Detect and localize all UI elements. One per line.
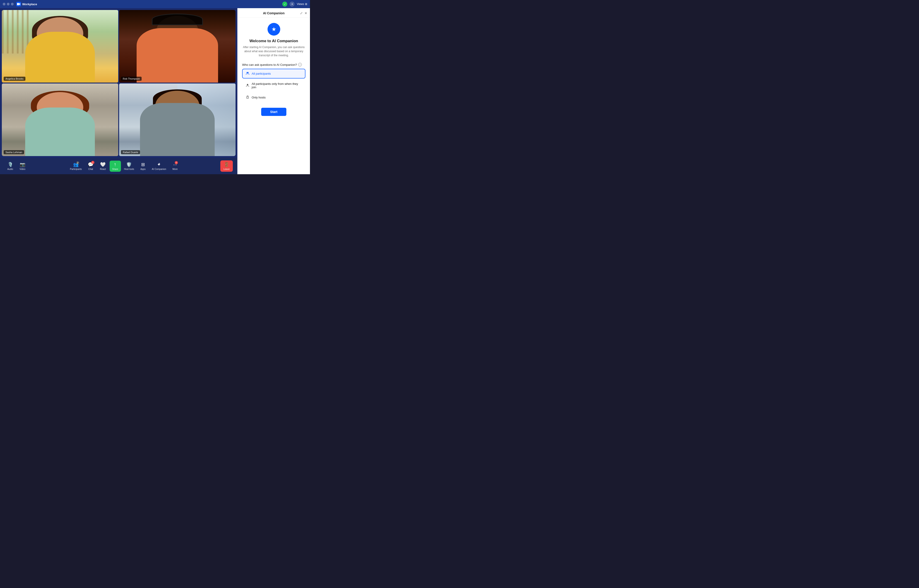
close-button[interactable]: ✕ (305, 11, 307, 15)
apps-icon: ⊞ (141, 162, 145, 167)
video-cell-1: Angelica Brooks (2, 10, 118, 82)
host-tools-button[interactable]: 🛡️ Host tools (122, 160, 136, 172)
person-body (137, 28, 218, 82)
expand-button[interactable]: ⤢ (300, 11, 303, 15)
more-badge: 8 (175, 161, 178, 164)
ai-companion-button[interactable]: ✦ ▲ AI Companion (150, 160, 168, 172)
app-name: Workplace (22, 3, 37, 6)
participants-chevron: ▲ (76, 162, 78, 164)
ai-welcome-desc: After starting AI Companion, you can ask… (242, 45, 305, 57)
chat-chevron: ▲ (91, 162, 93, 164)
svg-point-4 (247, 72, 249, 73)
option-only-hosts[interactable]: Only hosts (242, 92, 305, 102)
participant-video-1 (2, 10, 118, 82)
audio-chevron: ▲ (11, 162, 13, 164)
more-label: More (173, 168, 178, 170)
svg-rect-0 (17, 3, 19, 5)
apps-button[interactable]: ⊞ Apps (137, 160, 149, 172)
participants-icon: 👥 3 ▲ (73, 162, 79, 167)
option-icon-hosts (246, 95, 249, 100)
option-label-all: All participants (252, 72, 271, 75)
person-body (25, 32, 95, 82)
share-icon: ↑ ▲ (114, 162, 116, 167)
option-icon-all (246, 71, 249, 76)
start-button[interactable]: Start (261, 108, 287, 116)
video-label: Video (19, 168, 25, 170)
option-from-join[interactable]: All participants only from when they joi… (242, 79, 305, 92)
audio-button[interactable]: 🎙️ ▲ Audio (5, 160, 16, 172)
video-button[interactable]: 📷 ▲ Video (17, 160, 28, 172)
video-cell-3: Sasha Lehman (2, 84, 118, 156)
react-chevron: ▲ (103, 162, 105, 164)
info-icon[interactable]: i (298, 63, 302, 66)
close-dot[interactable] (3, 3, 5, 5)
video-section: Angelica Brooks Rob Thompson (0, 8, 237, 174)
ai-panel-actions: ⤢ ✕ (300, 11, 307, 15)
maximize-dot[interactable] (11, 3, 14, 5)
ai-chevron: ▲ (158, 162, 160, 164)
ai-panel-title: AI Companion (263, 11, 284, 15)
more-button[interactable]: ··· 8 More (169, 161, 181, 172)
minimize-dot[interactable] (7, 3, 10, 5)
participant-name-4: Rafael Duarte (121, 150, 140, 154)
ai-panel-header: AI Companion ⤢ ✕ (237, 8, 310, 18)
leave-button[interactable]: 🚪 Leave (220, 160, 233, 172)
chat-button[interactable]: 💬 1 ▲ Chat (85, 160, 97, 172)
video-grid: Angelica Brooks Rob Thompson (2, 10, 236, 156)
option-label-join: All participants only from when they joi… (252, 82, 302, 89)
toolbar-right: 🚪 Leave (220, 160, 233, 172)
toolbar: 🎙️ ▲ Audio 📷 ▲ Video (0, 158, 237, 174)
person-body (25, 108, 95, 156)
views-button[interactable]: Views ⊞ (297, 3, 307, 6)
ai-companion-icon: ✦ ▲ (157, 162, 161, 167)
option-icon-join (246, 84, 249, 88)
ai-icon (268, 23, 280, 36)
participant-video-4 (119, 84, 236, 156)
main-content: Angelica Brooks Rob Thompson (0, 8, 310, 174)
video-cell-2: Rob Thompson (119, 10, 236, 82)
spark-icon[interactable]: ✦ (289, 2, 294, 6)
chat-label: Chat (88, 168, 93, 170)
video-cell-4: Rafael Duarte (119, 84, 236, 156)
participant-video-2 (119, 10, 236, 82)
leave-icon: 🚪 (224, 162, 229, 167)
app-logo: Workplace (16, 2, 37, 6)
window-controls (3, 3, 14, 5)
svg-marker-1 (19, 3, 20, 5)
chat-icon: 💬 1 ▲ (88, 162, 94, 167)
participants-button[interactable]: 👥 3 ▲ Participants (68, 160, 84, 172)
toolbar-left: 🎙️ ▲ Audio 📷 ▲ Video (5, 160, 28, 172)
svg-rect-6 (247, 97, 249, 99)
share-label: Share (112, 168, 118, 170)
more-icon: ··· 8 (173, 162, 177, 167)
audio-icon: 🎙️ ▲ (8, 162, 13, 167)
grid-icon: ⊞ (305, 3, 307, 6)
svg-point-2 (273, 29, 275, 30)
video-chevron: ▲ (23, 162, 25, 164)
participants-label: Participants (70, 168, 82, 170)
ai-panel-body: Welcome to AI Companion After starting A… (237, 18, 310, 174)
leave-label: Leave (223, 168, 229, 170)
titlebar: Workplace ✓ ✦ Views ⊞ (0, 0, 310, 8)
svg-point-5 (247, 84, 248, 85)
apps-label: Apps (141, 168, 146, 170)
ai-question-label: Who can ask questions to AI Companion? i (242, 63, 302, 66)
video-area: Angelica Brooks Rob Thompson (0, 8, 237, 158)
video-icon: 📷 ▲ (20, 162, 26, 167)
host-tools-label: Host tools (124, 168, 134, 170)
audio-label: Audio (7, 168, 13, 170)
shield-icon[interactable]: ✓ (282, 2, 287, 6)
share-button[interactable]: ↑ ▲ Share (110, 161, 121, 172)
host-tools-icon: 🛡️ (126, 162, 132, 167)
participant-video-3 (2, 84, 118, 156)
option-label-hosts: Only hosts (252, 96, 265, 99)
participant-name-2: Rob Thompson (121, 77, 142, 81)
option-all-participants[interactable]: All participants (242, 69, 305, 79)
react-label: React (100, 168, 106, 170)
ai-companion-panel: AI Companion ⤢ ✕ Welcome to AI Companion… (237, 8, 310, 174)
toolbar-center: 👥 3 ▲ Participants 💬 1 ▲ Chat (28, 160, 220, 172)
person-body (140, 103, 215, 156)
zoom-icon (16, 2, 21, 6)
react-button[interactable]: 🤍 ▲ React (97, 160, 109, 172)
share-chevron: ▲ (114, 162, 116, 165)
